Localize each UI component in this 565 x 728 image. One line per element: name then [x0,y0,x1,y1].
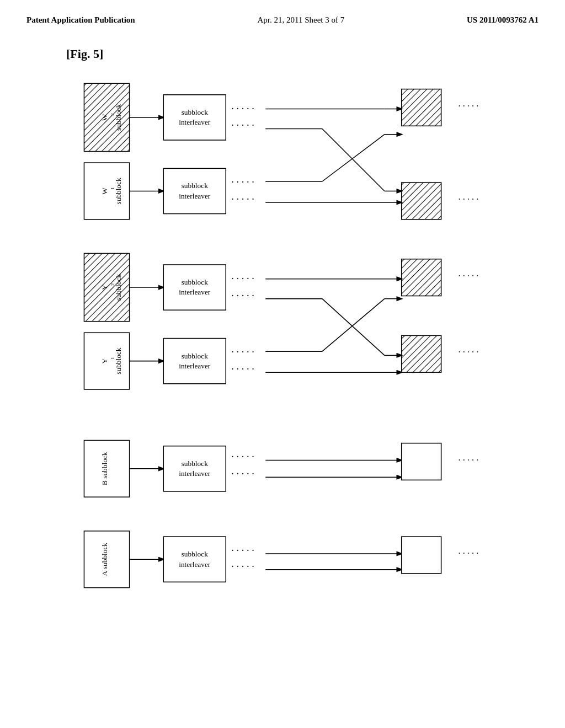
svg-rect-81 [163,537,226,582]
svg-rect-39 [163,265,226,310]
svg-text:· · · · ·: · · · · · [231,103,254,114]
svg-text:· · · · ·: · · · · · [231,273,254,284]
svg-text:subblock: subblock [114,104,122,131]
svg-text:subblock: subblock [182,181,209,190]
svg-text:subblock: subblock [114,274,122,301]
svg-text:subblock: subblock [182,352,209,360]
svg-text:subblock: subblock [182,108,209,116]
svg-text:· · · · ·: · · · · · [231,561,254,572]
svg-text:subblock: subblock [182,459,209,468]
svg-text:· · · · ·: · · · · · [231,176,254,188]
svg-rect-16 [402,89,441,126]
svg-text:interleaver: interleaver [179,362,211,370]
svg-text:· · · · ·: · · · · · [231,290,254,301]
svg-line-14 [322,129,385,191]
svg-text:· · · · ·: · · · · · [231,451,254,462]
svg-text:· · · · ·: · · · · · [458,548,478,559]
header-center: Apr. 21, 2011 Sheet 3 of 7 [257,15,344,25]
svg-rect-23 [163,168,226,213]
svg-line-61 [322,299,385,352]
svg-text:· · · · ·: · · · · · [458,101,478,111]
svg-text:Y: Y [100,285,109,290]
fig-label: [Fig. 5] [66,47,565,61]
svg-text:interleaver: interleaver [179,560,211,569]
svg-text:interleaver: interleaver [179,288,211,296]
svg-rect-76 [402,443,441,480]
svg-rect-48 [402,259,441,296]
svg-text:W: W [100,188,109,195]
svg-text:A subblock: A subblock [100,543,109,576]
svg-text:· · · · ·: · · · · · [458,455,478,465]
svg-text:interleaver: interleaver [179,469,211,478]
svg-rect-32 [402,183,441,220]
diagram-area: W 2 subblock subblock interleaver · · · … [0,78,565,701]
svg-text:· · · · ·: · · · · · [458,194,478,205]
svg-text:· · · · ·: · · · · · [458,347,478,357]
svg-text:subblock: subblock [114,178,122,205]
svg-rect-6 [163,95,226,140]
svg-text:subblock: subblock [114,347,122,374]
svg-line-29 [322,135,385,181]
svg-line-46 [322,299,385,356]
svg-text:· · · · ·: · · · · · [231,346,254,357]
svg-rect-88 [402,537,441,574]
svg-rect-55 [163,339,226,384]
svg-text:subblock: subblock [182,550,209,558]
svg-text:B subblock: B subblock [100,452,109,485]
svg-text:· · · · ·: · · · · · [231,545,254,556]
svg-text:interleaver: interleaver [179,118,211,126]
svg-text:interleaver: interleaver [179,192,211,200]
header-right: US 2011/0093762 A1 [467,15,539,25]
page-header: Patent Application Publication Apr. 21, … [0,0,565,25]
svg-text:· · · · ·: · · · · · [231,194,254,205]
svg-rect-64 [402,335,441,372]
svg-text:· · · · ·: · · · · · [231,120,254,131]
svg-text:· · · · ·: · · · · · [231,363,254,374]
svg-text:subblock: subblock [182,278,209,286]
header-left: Patent Application Publication [26,15,135,25]
svg-text:· · · · ·: · · · · · [231,468,254,479]
svg-rect-69 [163,446,226,491]
svg-text:· · · · ·: · · · · · [458,271,478,281]
svg-text:W: W [100,114,109,121]
svg-text:Y: Y [100,358,109,363]
